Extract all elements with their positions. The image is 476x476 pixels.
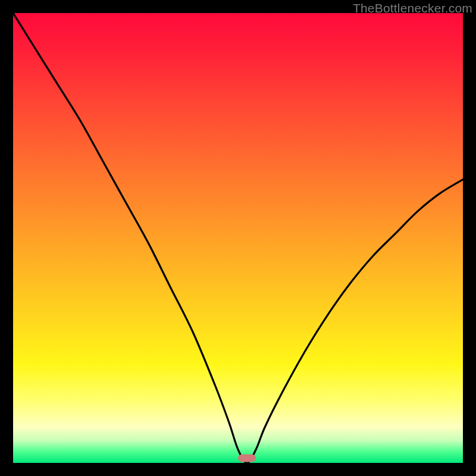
plot-area <box>13 13 463 463</box>
chart-frame: TheBottlenecker.com <box>0 0 476 476</box>
bottleneck-curve <box>13 13 463 463</box>
minimum-marker <box>238 455 256 462</box>
